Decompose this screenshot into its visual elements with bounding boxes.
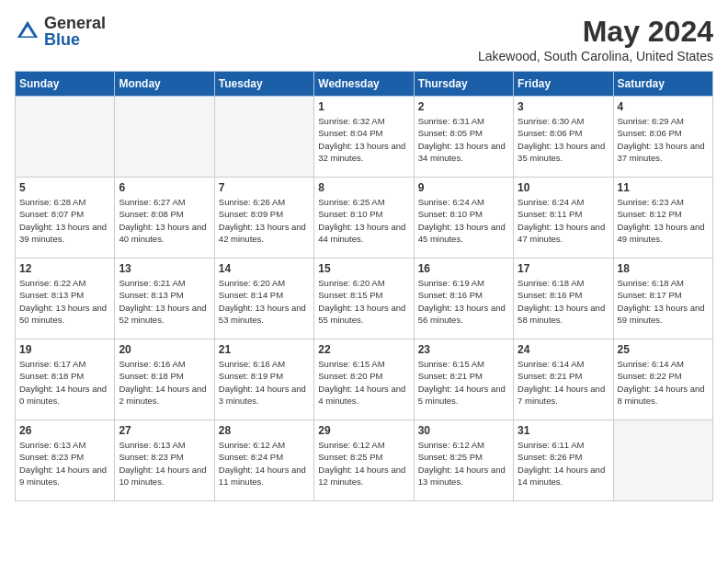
calendar-day: 15Sunrise: 6:20 AMSunset: 8:15 PMDayligh… (314, 259, 414, 339)
logo: General Blue (15, 15, 106, 48)
day-info: Sunrise: 6:29 AMSunset: 8:06 PMDaylight:… (618, 115, 709, 164)
calendar-week-row: 19Sunrise: 6:17 AMSunset: 8:18 PMDayligh… (16, 339, 713, 420)
calendar-week-row: 12Sunrise: 6:22 AMSunset: 8:13 PMDayligh… (16, 259, 713, 339)
day-number: 27 (119, 424, 210, 437)
calendar-day: 28Sunrise: 6:12 AMSunset: 8:24 PMDayligh… (214, 420, 313, 501)
day-number: 20 (119, 343, 210, 356)
day-info: Sunrise: 6:15 AMSunset: 8:21 PMDaylight:… (418, 358, 509, 407)
calendar-day: 25Sunrise: 6:14 AMSunset: 8:22 PMDayligh… (613, 339, 712, 420)
calendar-day: 27Sunrise: 6:13 AMSunset: 8:23 PMDayligh… (115, 420, 214, 501)
header-friday: Friday (514, 72, 613, 97)
day-number: 4 (618, 100, 709, 113)
header-wednesday: Wednesday (314, 72, 414, 97)
calendar-day: 22Sunrise: 6:15 AMSunset: 8:20 PMDayligh… (314, 339, 414, 420)
logo-blue-text: Blue (44, 31, 106, 48)
calendar-day: 30Sunrise: 6:12 AMSunset: 8:25 PMDayligh… (414, 420, 513, 501)
day-info: Sunrise: 6:26 AMSunset: 8:09 PMDaylight:… (219, 196, 310, 245)
day-number: 9 (418, 181, 509, 194)
day-info: Sunrise: 6:24 AMSunset: 8:11 PMDaylight:… (518, 196, 609, 245)
calendar-day: 13Sunrise: 6:21 AMSunset: 8:13 PMDayligh… (115, 259, 214, 339)
calendar-day: 26Sunrise: 6:13 AMSunset: 8:23 PMDayligh… (16, 420, 115, 501)
day-info: Sunrise: 6:21 AMSunset: 8:13 PMDaylight:… (119, 277, 210, 326)
calendar-day: 20Sunrise: 6:16 AMSunset: 8:18 PMDayligh… (115, 339, 214, 420)
header-thursday: Thursday (414, 72, 513, 97)
day-info: Sunrise: 6:18 AMSunset: 8:16 PMDaylight:… (518, 277, 609, 326)
header-saturday: Saturday (613, 72, 712, 97)
calendar-day: 31Sunrise: 6:11 AMSunset: 8:26 PMDayligh… (514, 420, 613, 501)
day-info: Sunrise: 6:16 AMSunset: 8:19 PMDaylight:… (219, 358, 310, 407)
calendar-day: 4Sunrise: 6:29 AMSunset: 8:06 PMDaylight… (613, 97, 712, 178)
calendar-header: Sunday Monday Tuesday Wednesday Thursday… (16, 72, 713, 97)
day-number: 28 (219, 424, 310, 437)
calendar-day: 18Sunrise: 6:18 AMSunset: 8:17 PMDayligh… (613, 259, 712, 339)
calendar-day: 29Sunrise: 6:12 AMSunset: 8:25 PMDayligh… (314, 420, 414, 501)
calendar-table: Sunday Monday Tuesday Wednesday Thursday… (15, 71, 713, 501)
day-info: Sunrise: 6:18 AMSunset: 8:17 PMDaylight:… (618, 277, 709, 326)
day-info: Sunrise: 6:25 AMSunset: 8:10 PMDaylight:… (318, 196, 409, 245)
calendar-day (613, 420, 712, 501)
header-monday: Monday (115, 72, 214, 97)
day-number: 15 (318, 262, 409, 275)
header-sunday: Sunday (16, 72, 115, 97)
calendar-day: 21Sunrise: 6:16 AMSunset: 8:19 PMDayligh… (214, 339, 313, 420)
logo-general-text: General (44, 15, 106, 31)
calendar-week-row: 1Sunrise: 6:32 AMSunset: 8:04 PMDaylight… (16, 97, 713, 178)
calendar-day (115, 97, 214, 178)
calendar-day: 16Sunrise: 6:19 AMSunset: 8:16 PMDayligh… (414, 259, 513, 339)
title-block: May 2024 Lakewood, South Carolina, Unite… (478, 15, 713, 63)
day-number: 22 (318, 343, 409, 356)
day-info: Sunrise: 6:14 AMSunset: 8:21 PMDaylight:… (518, 358, 609, 407)
day-info: Sunrise: 6:12 AMSunset: 8:24 PMDaylight:… (219, 439, 310, 488)
day-info: Sunrise: 6:12 AMSunset: 8:25 PMDaylight:… (318, 439, 409, 488)
day-info: Sunrise: 6:28 AMSunset: 8:07 PMDaylight:… (19, 196, 110, 245)
day-number: 26 (19, 424, 110, 437)
day-info: Sunrise: 6:32 AMSunset: 8:04 PMDaylight:… (318, 115, 409, 164)
calendar-day: 9Sunrise: 6:24 AMSunset: 8:10 PMDaylight… (414, 178, 513, 259)
calendar-day: 12Sunrise: 6:22 AMSunset: 8:13 PMDayligh… (16, 259, 115, 339)
day-number: 11 (618, 181, 709, 194)
day-number: 8 (318, 181, 409, 194)
calendar-day: 23Sunrise: 6:15 AMSunset: 8:21 PMDayligh… (414, 339, 513, 420)
day-number: 18 (618, 262, 709, 275)
day-number: 30 (418, 424, 509, 437)
logo-text: General Blue (44, 15, 106, 48)
day-number: 1 (318, 100, 409, 113)
day-info: Sunrise: 6:30 AMSunset: 8:06 PMDaylight:… (518, 115, 609, 164)
calendar-day: 5Sunrise: 6:28 AMSunset: 8:07 PMDaylight… (16, 178, 115, 259)
day-info: Sunrise: 6:31 AMSunset: 8:05 PMDaylight:… (418, 115, 509, 164)
weekday-header-row: Sunday Monday Tuesday Wednesday Thursday… (16, 72, 713, 97)
day-info: Sunrise: 6:19 AMSunset: 8:16 PMDaylight:… (418, 277, 509, 326)
calendar-day: 3Sunrise: 6:30 AMSunset: 8:06 PMDaylight… (514, 97, 613, 178)
calendar-week-row: 26Sunrise: 6:13 AMSunset: 8:23 PMDayligh… (16, 420, 713, 501)
day-number: 17 (518, 262, 609, 275)
day-number: 7 (219, 181, 310, 194)
calendar-day: 11Sunrise: 6:23 AMSunset: 8:12 PMDayligh… (613, 178, 712, 259)
logo-icon (15, 18, 40, 44)
calendar-day: 1Sunrise: 6:32 AMSunset: 8:04 PMDaylight… (314, 97, 414, 178)
calendar-day: 7Sunrise: 6:26 AMSunset: 8:09 PMDaylight… (214, 178, 313, 259)
day-number: 25 (618, 343, 709, 356)
day-info: Sunrise: 6:13 AMSunset: 8:23 PMDaylight:… (19, 439, 110, 488)
day-info: Sunrise: 6:16 AMSunset: 8:18 PMDaylight:… (119, 358, 210, 407)
day-number: 5 (19, 181, 110, 194)
day-info: Sunrise: 6:13 AMSunset: 8:23 PMDaylight:… (119, 439, 210, 488)
day-number: 2 (418, 100, 509, 113)
day-info: Sunrise: 6:27 AMSunset: 8:08 PMDaylight:… (119, 196, 210, 245)
header-tuesday: Tuesday (214, 72, 313, 97)
day-info: Sunrise: 6:22 AMSunset: 8:13 PMDaylight:… (19, 277, 110, 326)
day-info: Sunrise: 6:24 AMSunset: 8:10 PMDaylight:… (418, 196, 509, 245)
day-number: 13 (119, 262, 210, 275)
day-number: 10 (518, 181, 609, 194)
day-info: Sunrise: 6:20 AMSunset: 8:15 PMDaylight:… (318, 277, 409, 326)
day-number: 14 (219, 262, 310, 275)
day-number: 6 (119, 181, 210, 194)
calendar-day (214, 97, 313, 178)
day-number: 31 (518, 424, 609, 437)
calendar-day (16, 97, 115, 178)
day-info: Sunrise: 6:11 AMSunset: 8:26 PMDaylight:… (518, 439, 609, 488)
day-info: Sunrise: 6:17 AMSunset: 8:18 PMDaylight:… (19, 358, 110, 407)
day-number: 3 (518, 100, 609, 113)
calendar-week-row: 5Sunrise: 6:28 AMSunset: 8:07 PMDaylight… (16, 178, 713, 259)
calendar-day: 17Sunrise: 6:18 AMSunset: 8:16 PMDayligh… (514, 259, 613, 339)
calendar-day: 2Sunrise: 6:31 AMSunset: 8:05 PMDaylight… (414, 97, 513, 178)
